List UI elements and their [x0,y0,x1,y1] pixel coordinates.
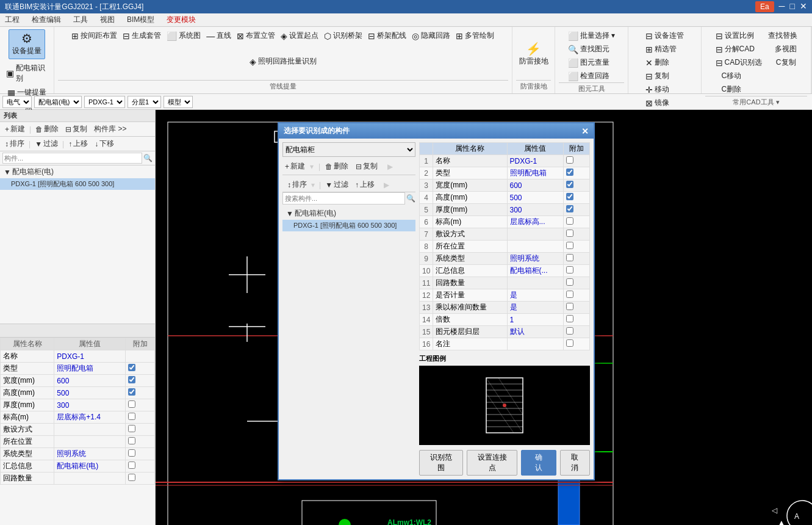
prop-row-systemtype: 系统类型 照明系统 [1,448,155,460]
dialog-tree-parent[interactable]: ▼ 配电箱柜(电) [282,207,415,220]
btn-shebei-lianguan[interactable]: ⊟设备连管 [643,29,686,42]
btn-yuan-quan[interactable]: ⬜图元查量 [566,56,612,69]
btn-shanchu[interactable]: ✕删除 [643,56,672,69]
select-floor[interactable]: 分层1 [128,96,161,108]
title-text: 联通BIM安装计量GGJ2021 - [工程1.GGJ4] [5,2,143,12]
svg-text:ALmw1:WL2: ALmw1:WL2 [387,518,431,525]
ribbon-group-lightning: ⚡ 防雷接地 防雷接地 [512,27,555,93]
btn-fuzhi[interactable]: ⊟复制 [643,70,672,82]
btn-fenjie-cad[interactable]: ⊟分解CAD 多视图 [713,43,799,56]
delete-icon: 🗑 [35,125,43,134]
dialog-search-icon[interactable]: 🔍 [406,194,415,203]
dlg-row-4: 4 高度(mm) 500 [420,192,590,204]
btn-filter[interactable]: ▼ 过滤 [32,138,60,150]
ribbon-group-label-cad: 常用CAD工具 ▾ [705,96,807,107]
dialog-btn-delete[interactable]: 🗑 删除 [323,161,351,172]
menu-bim[interactable]: BIM模型 [124,13,157,26]
btn-confirm[interactable]: 确认 [521,450,556,476]
btn-shibie-huilu-pici[interactable]: ◈照明回路批量识别 [247,55,319,68]
dialog-search-input[interactable] [282,192,405,205]
ribbon-group-cad: ⊟设置比例 查找替换 ⊟分解CAD 多视图 ⊟CAD识别选 C复制 C移动 C删… [702,27,811,93]
btn-shezhi-qidian[interactable]: ◈设置起点 [278,29,321,42]
prop-row-type: 类型 照明配电箱 [1,363,155,375]
dlg-col-add: 附加 [563,143,589,155]
tree-item-pdxg1[interactable]: PDXG-1 [照明配电箱 600 500 300] [0,178,155,190]
btn-move-down[interactable]: ↓ 下移 [92,138,117,150]
maximize-btn[interactable]: □ [790,1,795,12]
btn-c-shanchu[interactable]: C删除 [713,83,744,96]
dialog-title-bar: 选择要识别成的构件 ✕ [279,123,594,139]
menu-project[interactable]: 工程 [2,13,22,26]
dlg-row-11: 11 回路数量 [420,277,590,289]
btn-recognition-range[interactable]: 识别范围 [419,450,463,476]
btn-peidian-shibie[interactable]: ▣ 配电箱识别 [4,62,50,85]
close-btn[interactable]: ✕ [800,1,807,12]
select-component-id[interactable]: PDXG-1 [84,96,125,108]
btn-duoguan[interactable]: ⊞多管绘制 [453,29,497,42]
ribbon-group-device: ⚙ 设备提量 ▣ 配电箱识别 ▦ 一键提量 · 点 [0,27,54,93]
dialog-btn-copy[interactable]: ⊟ 复制 [353,161,380,172]
btn-cancel[interactable]: 取消 [560,450,590,476]
dlg-row-10: 10 汇总信息 配电箱柜(... [420,265,590,277]
btn-device-tiliang[interactable]: ⚙ 设备提量 [9,29,45,59]
dialog-toolbar: + 新建 ▾ | 🗑 删除 ⊟ [282,161,415,175]
btn-jing-xiang[interactable]: ⊠镜像 [643,96,672,109]
dialog-btn-up[interactable]: ↑ 上移 [353,179,377,190]
dlg-col-name: 属性名称 [433,143,507,155]
btn-jingxuan-guan[interactable]: ⊞精选管 [643,43,679,56]
btn-yidong[interactable]: ✛移动 [643,83,672,96]
menu-change[interactable]: 变更模块 [164,13,198,26]
btn-zhixian[interactable]: —直线 [204,29,234,42]
menu-view[interactable]: 视图 [98,13,117,26]
left-panel-top: 列表 + 新建 | 🗑 删除 ⊟ 复制 构件库 >> [0,110,155,324]
select-component-type[interactable]: 配电箱(电) [34,96,82,108]
dlg-row-16: 16 名注 [420,338,590,350]
btn-qiaojia-pexian[interactable]: ⊟桥架配线 [365,29,409,42]
btn-anjianbu[interactable]: ⊞按间距布置 [69,29,120,42]
btn-pici-xuanze[interactable]: ⬜批量选择 ▾ [566,29,617,42]
main-area: 列表 + 新建 | 🗑 删除 ⊟ 复制 构件库 >> [0,110,812,525]
dialog-properties-table: 属性名称 属性值 附加 1 名称 PDXG-1 [419,142,590,350]
btn-xitong-tu[interactable]: ⬜系统图 [164,29,203,42]
recognition-dialog[interactable]: 选择要识别成的构件 ✕ 配电箱柜 + 新建 [278,122,595,480]
dialog-tree-item-pdxg1[interactable]: PDXG-1 [照明配电箱 600 500 300] [282,220,415,231]
dlg-row-6: 6 标高(m) 层底标高... [420,216,590,228]
btn-chazhao-tuyuan[interactable]: 🔍查找图元 [566,43,612,56]
component-search-input[interactable] [2,153,142,164]
search-icon[interactable]: 🔍 [143,154,153,162]
select-discipline[interactable]: 电气 [2,96,32,108]
btn-shengcheng-taoguan[interactable]: ⊟生成套管 [120,29,163,42]
minimize-btn[interactable]: ─ [779,1,785,12]
btn-buju-liti[interactable]: ⊠布置立管 [234,29,278,42]
btn-fanglei[interactable]: ⚡ 防雷接地 [517,29,551,80]
btn-new-component[interactable]: + 新建 [2,123,27,135]
btn-jiancha-huilu[interactable]: ⬜检查回路 [566,70,612,82]
btn-delete-component[interactable]: 🗑 删除 [33,123,61,135]
btn-set-connection[interactable]: 设置连接点 [467,450,517,476]
btn-copy-component[interactable]: ⊟ 复制 [63,123,90,135]
dialog-btn-filter[interactable]: ▼ 过滤 [323,179,351,190]
canvas-area[interactable]: J AL 安检用房 ALmw1:WL1 ALmw2 [156,110,812,525]
ribbon-group-label-pipeline: 管线提量 [58,80,508,91]
menu-tools[interactable]: 工具 [71,13,90,26]
btn-c-yidong[interactable]: C移动 [713,70,744,82]
dialog-btn-sort[interactable]: ↕ 排序 [285,179,309,190]
dialog-btn-new[interactable]: + 新建 [282,161,307,172]
dialog-close-btn[interactable]: ✕ [581,126,589,136]
btn-move-up[interactable]: ↑ 上移 [66,138,90,150]
btn-component-lib[interactable]: 构件库 >> [92,123,129,135]
btn-yincang-huilu[interactable]: ◎隐藏回路 [409,29,453,42]
btn-shezhi-bili[interactable]: ⊟设置比例 查找替换 [713,29,800,42]
copy-icon: ⊟ [65,125,71,134]
btn-sort[interactable]: ↕ 排序 [2,138,27,150]
expand-icon: ▼ [4,168,11,176]
btn-shibie-qiaojia[interactable]: ⬡识别桥架 [322,29,365,42]
dialog-tree: ▼ 配电箱柜(电) PDXG-1 [照明配电箱 600 500 300] [282,207,415,231]
menu-check-edit[interactable]: 检查编辑 [29,13,63,26]
btn-cad-shibie-xuan[interactable]: ⊟CAD识别选 C复制 [713,56,799,69]
dlg-row-15: 15 图元楼层归层 默认 [420,326,590,338]
dialog-component-select[interactable]: 配电箱柜 [282,142,415,157]
dlg-row-2: 2 类型 照明配电箱 [420,167,590,179]
tree-parent-peidian[interactable]: ▼ 配电箱柜(电) [0,165,155,178]
select-view-type[interactable]: 模型 [163,96,193,108]
